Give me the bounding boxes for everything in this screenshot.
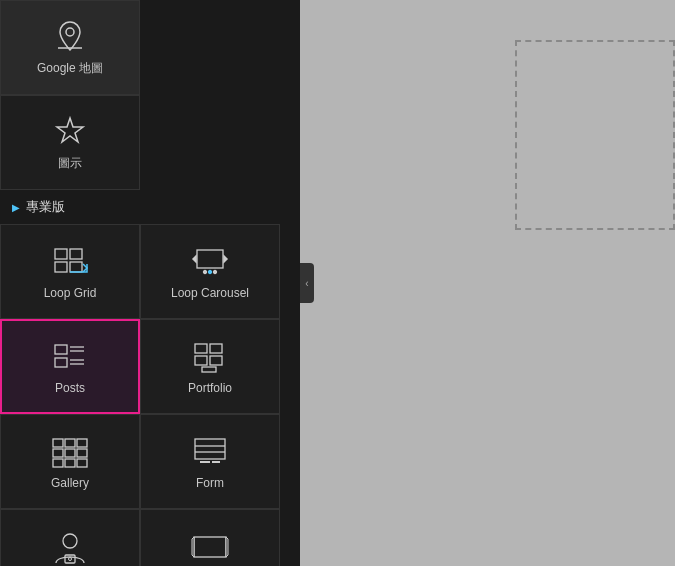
svg-point-0 [66, 28, 74, 36]
loop-grid-icon [50, 244, 90, 280]
svg-rect-4 [55, 262, 67, 272]
loop-carousel-label: Loop Carousel [171, 286, 249, 300]
gallery-icon [50, 434, 90, 470]
svg-rect-24 [53, 449, 63, 457]
svg-rect-16 [195, 344, 207, 353]
widget-loop-carousel[interactable]: Loop Carousel [140, 224, 280, 319]
widget-icon[interactable]: 圖示 [0, 95, 140, 190]
section-label: 專業版 [26, 198, 65, 216]
svg-point-8 [209, 270, 212, 273]
collapse-handle[interactable]: ‹ [300, 263, 314, 303]
svg-rect-10 [55, 345, 67, 354]
svg-rect-29 [77, 459, 87, 467]
canvas-placeholder [515, 40, 675, 230]
widget-form[interactable]: Form [140, 414, 280, 509]
form-label: Form [196, 476, 224, 490]
pro-section-header: ▶ 專業版 [0, 190, 300, 224]
portfolio-label: Portfolio [188, 381, 232, 395]
posts-icon [50, 339, 90, 375]
svg-rect-6 [197, 250, 223, 268]
pro-row-2: Posts Portfolio [0, 319, 300, 414]
svg-point-37 [69, 557, 72, 560]
top-widgets-row: Google 地圖 圖示 [0, 0, 300, 190]
slides-icon [190, 529, 230, 565]
login-icon [50, 529, 90, 565]
posts-label: Posts [55, 381, 85, 395]
icon-label: 圖示 [58, 155, 82, 172]
loop-grid-label: Loop Grid [44, 286, 97, 300]
pro-row-3: Gallery Form [0, 414, 300, 509]
sidebar: Google 地圖 圖示 ▶ 專業版 Loop Grid [0, 0, 300, 566]
svg-marker-1 [57, 118, 83, 142]
widget-posts[interactable]: Posts [0, 319, 140, 414]
pro-row-1: Loop Grid Loop Carousel [0, 224, 300, 319]
svg-rect-36 [65, 555, 75, 563]
svg-rect-21 [53, 439, 63, 447]
widget-loop-grid[interactable]: Loop Grid [0, 224, 140, 319]
svg-rect-30 [195, 439, 225, 459]
svg-rect-22 [65, 439, 75, 447]
widget-login[interactable]: Login [0, 509, 140, 566]
svg-rect-17 [210, 344, 222, 353]
main-canvas: ‹ [300, 0, 675, 566]
form-icon [190, 434, 230, 470]
svg-rect-26 [77, 449, 87, 457]
svg-rect-2 [55, 249, 67, 259]
svg-rect-13 [55, 358, 67, 367]
svg-rect-38 [194, 537, 226, 557]
svg-rect-19 [210, 356, 222, 365]
portfolio-icon [190, 339, 230, 375]
section-arrow: ▶ [12, 202, 20, 213]
google-map-icon [50, 18, 90, 54]
widget-google-map[interactable]: Google 地圖 [0, 0, 140, 95]
svg-rect-3 [70, 249, 82, 259]
svg-rect-20 [202, 367, 216, 372]
svg-rect-5 [70, 262, 82, 272]
svg-rect-23 [77, 439, 87, 447]
gallery-label: Gallery [51, 476, 89, 490]
svg-rect-27 [53, 459, 63, 467]
svg-point-9 [214, 270, 217, 273]
google-map-label: Google 地圖 [37, 60, 103, 77]
widget-slides[interactable]: Slides [140, 509, 280, 566]
svg-rect-18 [195, 356, 207, 365]
loop-carousel-icon [190, 244, 230, 280]
svg-rect-28 [65, 459, 75, 467]
widget-gallery[interactable]: Gallery [0, 414, 140, 509]
icon-widget-icon [50, 113, 90, 149]
svg-point-7 [204, 270, 207, 273]
svg-point-35 [63, 534, 77, 548]
pro-row-4: Login Slides [0, 509, 300, 566]
svg-rect-25 [65, 449, 75, 457]
widget-portfolio[interactable]: Portfolio [140, 319, 280, 414]
